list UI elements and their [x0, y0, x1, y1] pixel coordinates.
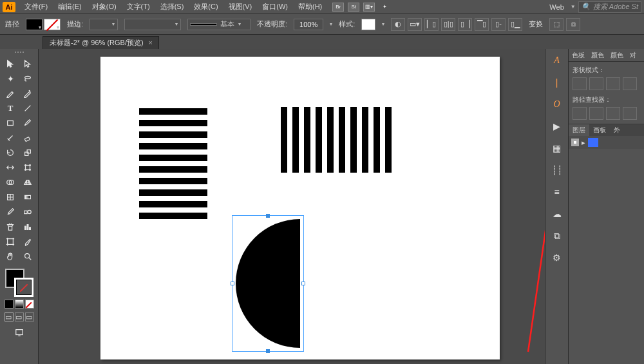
shaper-tool[interactable]: [2, 131, 19, 145]
mesh-tool[interactable]: [2, 190, 19, 204]
scale-tool[interactable]: [19, 146, 36, 160]
blend-tool[interactable]: [19, 205, 36, 219]
hand-tool[interactable]: [2, 249, 19, 263]
symbol-sprayer-tool[interactable]: [2, 220, 19, 234]
minus-front-button[interactable]: [589, 77, 603, 90]
canvas-area[interactable]: [39, 49, 545, 364]
transform-link[interactable]: 变换: [529, 19, 543, 29]
direct-selection-tool[interactable]: [19, 57, 36, 71]
search-box[interactable]: 🔍 搜索 Adobe St: [578, 1, 641, 13]
menu-object[interactable]: 对象(O): [88, 1, 120, 13]
gradient-tool[interactable]: [19, 190, 36, 204]
trim-button[interactable]: [589, 107, 603, 120]
stroke-weight-field[interactable]: ▾: [90, 19, 118, 30]
rotate-tool[interactable]: [2, 146, 19, 160]
divide-button[interactable]: [573, 107, 587, 120]
menu-file[interactable]: 文件(F): [21, 1, 52, 13]
document-tab[interactable]: 未标题-2* @ 96% (RGB/预览) ×: [43, 36, 159, 49]
color-mode-none[interactable]: [25, 300, 34, 309]
align-vcenter-button[interactable]: ▯-: [491, 18, 506, 31]
align-panel-icon[interactable]: ▦: [550, 142, 564, 155]
close-tab-icon[interactable]: ×: [149, 39, 153, 46]
width-tool[interactable]: [2, 160, 19, 175]
intersect-button[interactable]: [606, 77, 620, 90]
opacity-chevron-icon[interactable]: ▾: [330, 21, 332, 27]
edit-clip-button[interactable]: ⧈: [566, 18, 580, 31]
menu-view[interactable]: 视图(V): [225, 1, 256, 13]
menu-type[interactable]: 文字(T): [123, 1, 154, 13]
tab-color2[interactable]: 颜色: [607, 49, 627, 61]
paragraph-styles-icon[interactable]: ≡: [550, 186, 564, 198]
stock-icon[interactable]: St: [348, 3, 359, 12]
brush-definition[interactable]: 基本 ▾: [187, 19, 251, 30]
layer-expand-icon[interactable]: ▸: [582, 139, 585, 147]
anchor-bottom[interactable]: [266, 349, 270, 353]
align-top-button[interactable]: ▔▯: [475, 18, 489, 31]
arrange-docs-icon[interactable]: ▥▾: [363, 3, 375, 12]
shape-builder-tool[interactable]: [2, 175, 19, 189]
menu-window[interactable]: 窗口(W): [258, 1, 292, 13]
menu-help[interactable]: 帮助(H): [294, 1, 326, 13]
draw-inside-button[interactable]: ▭: [25, 312, 34, 321]
pathfinder-panel-icon[interactable]: ┊┊: [550, 164, 564, 177]
anchor-left[interactable]: [231, 282, 234, 285]
tab-swatches[interactable]: 色板: [569, 49, 588, 61]
crop-button[interactable]: [623, 107, 637, 120]
tab-color1[interactable]: 颜色: [588, 49, 607, 61]
visibility-toggle-icon[interactable]: [571, 139, 579, 146]
paintbrush-tool[interactable]: [19, 116, 36, 130]
unite-button[interactable]: [573, 77, 587, 90]
menu-effect[interactable]: 效果(C): [190, 1, 222, 13]
anchor-top[interactable]: [266, 214, 270, 218]
workspace-switcher[interactable]: Web ▼: [547, 2, 575, 12]
color-mode-solid[interactable]: [5, 300, 14, 309]
recolor-artwork-button[interactable]: ◐: [391, 18, 405, 31]
rectangle-tool[interactable]: [2, 116, 19, 130]
screen-mode-button[interactable]: [11, 325, 28, 340]
align-right-button[interactable]: ▯▕: [458, 18, 472, 31]
align-hcenter-button[interactable]: ▯|▯: [441, 18, 455, 31]
actions-panel-icon[interactable]: ▶: [550, 120, 564, 133]
libraries-panel-icon[interactable]: ☁: [550, 207, 564, 220]
properties-panel-icon[interactable]: ⚙: [550, 251, 564, 264]
stroke-swatch[interactable]: ▾: [44, 19, 61, 30]
toolbox-handle[interactable]: [6, 52, 32, 55]
tab-extra[interactable]: 外: [610, 124, 624, 136]
draw-behind-button[interactable]: ▭: [15, 312, 24, 321]
type-tool[interactable]: T: [2, 101, 19, 115]
gpu-icon[interactable]: ✦: [379, 3, 390, 12]
tab-layers[interactable]: 图层: [569, 124, 589, 136]
artboard-tool[interactable]: [2, 235, 19, 249]
eyedropper-tool[interactable]: [2, 205, 19, 219]
selection-bounding-box[interactable]: [232, 215, 304, 352]
tab-other[interactable]: 对: [627, 49, 639, 61]
menu-select[interactable]: 选择(S): [156, 1, 188, 13]
color-mode-gradient[interactable]: [15, 300, 24, 309]
magic-wand-tool[interactable]: ✦: [2, 72, 19, 86]
swatches-panel-icon[interactable]: ⧉: [550, 229, 564, 242]
perspective-grid-tool[interactable]: [19, 175, 36, 189]
graphic-style-swatch[interactable]: [361, 19, 375, 30]
lasso-tool[interactable]: [19, 72, 36, 86]
align-left-button[interactable]: ▏▯: [424, 18, 439, 31]
line-tool[interactable]: [19, 101, 36, 115]
isolate-button[interactable]: ⬚: [549, 18, 564, 31]
layer-row[interactable]: ▸: [569, 136, 644, 149]
eraser-tool[interactable]: [19, 131, 36, 145]
anchor-right[interactable]: [301, 282, 305, 285]
merge-button[interactable]: [606, 107, 620, 120]
zoom-tool[interactable]: [19, 249, 36, 263]
column-graph-tool[interactable]: [19, 220, 36, 234]
character-panel-icon[interactable]: A: [550, 54, 564, 67]
exclude-button[interactable]: [623, 77, 637, 90]
tab-artboards[interactable]: 画板: [589, 124, 610, 136]
pen-tool[interactable]: [2, 86, 19, 101]
bridge-icon[interactable]: Br: [332, 3, 344, 12]
opentype-panel-icon[interactable]: O: [550, 98, 564, 111]
menu-edit[interactable]: 编辑(E): [54, 1, 86, 13]
variable-width-profile[interactable]: ▾: [124, 19, 181, 30]
fill-stroke-indicator[interactable]: [4, 269, 35, 297]
free-transform-tool[interactable]: [19, 160, 36, 175]
style-chevron-icon[interactable]: ▾: [382, 21, 384, 27]
opacity-field[interactable]: 100%: [294, 19, 323, 30]
